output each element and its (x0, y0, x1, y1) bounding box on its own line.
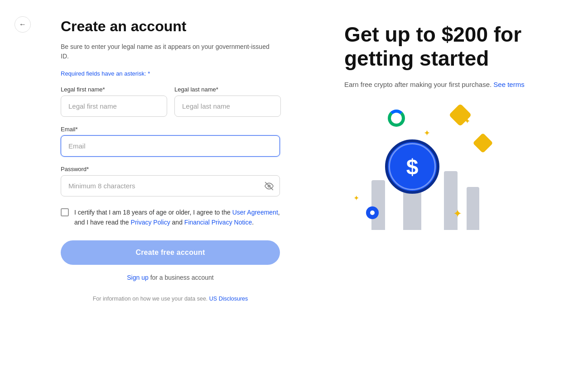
page-title: Create an account (61, 18, 281, 35)
first-name-input[interactable] (61, 96, 167, 117)
promo-illustration: $ ✦ ✦ ✦ ✦ (344, 103, 498, 230)
pillar-far-right (467, 187, 479, 230)
last-name-group: Legal last name* (174, 86, 281, 117)
create-account-button[interactable]: Create free account (61, 240, 280, 265)
privacy-policy-link[interactable]: Privacy Policy (131, 219, 170, 226)
star-icon-tl: ✦ (424, 128, 430, 138)
promo-subtitle: Earn free crypto after making your first… (344, 80, 561, 90)
password-input[interactable] (61, 175, 280, 196)
us-disclosures-link[interactable]: US Disclosures (209, 296, 248, 302)
terms-checkbox[interactable] (61, 208, 69, 216)
last-name-input[interactable] (174, 96, 281, 117)
coin-inner-ring (389, 143, 436, 190)
password-wrapper (61, 175, 280, 196)
back-button[interactable]: ← (14, 16, 31, 33)
password-group: Password* (61, 166, 280, 196)
terms-checkbox-section: I certify that I am 18 years of age or o… (61, 207, 280, 228)
business-account-section: Sign up for a business account (61, 274, 280, 281)
see-terms-link[interactable]: See terms (493, 81, 524, 88)
email-group: Email* (61, 126, 280, 157)
green-donut-icon (388, 110, 405, 127)
star-icon-br: ✦ (453, 207, 462, 220)
required-notice: Required fields have an asterisk: * (61, 70, 281, 77)
email-input[interactable] (61, 135, 280, 157)
user-agreement-link[interactable]: User Agreement (232, 209, 278, 216)
star-icon-tr: ✦ (464, 117, 470, 125)
star-icon-bl: ✦ (353, 194, 359, 202)
show-password-icon[interactable] (265, 182, 274, 191)
back-arrow-icon: ← (19, 21, 26, 28)
financial-privacy-link[interactable]: Financial Privacy Notice (184, 219, 252, 226)
first-name-label: Legal first name* (61, 86, 167, 93)
email-label: Email* (61, 126, 280, 133)
promo-title: Get up to $200 for getting started (344, 23, 561, 71)
pillar-left (371, 180, 385, 230)
subtitle: Be sure to enter your legal name as it a… (61, 42, 278, 61)
yellow-diamond-right (472, 133, 493, 153)
disclosure-section: For information on how we use your data … (61, 296, 280, 302)
dollar-coin: $ (385, 139, 439, 194)
right-panel: Get up to $200 for getting started Earn … (317, 0, 588, 373)
last-name-label: Legal last name* (174, 86, 281, 93)
password-label: Password* (61, 166, 280, 172)
first-name-group: Legal first name* (61, 86, 167, 117)
left-panel: ← Create an account Be sure to enter you… (0, 0, 317, 373)
name-row: Legal first name* Legal last name* (61, 86, 281, 117)
business-signup-link[interactable]: Sign up (127, 274, 148, 281)
pillar-right (444, 171, 458, 230)
terms-text: I certify that I am 18 years of age or o… (74, 207, 280, 228)
